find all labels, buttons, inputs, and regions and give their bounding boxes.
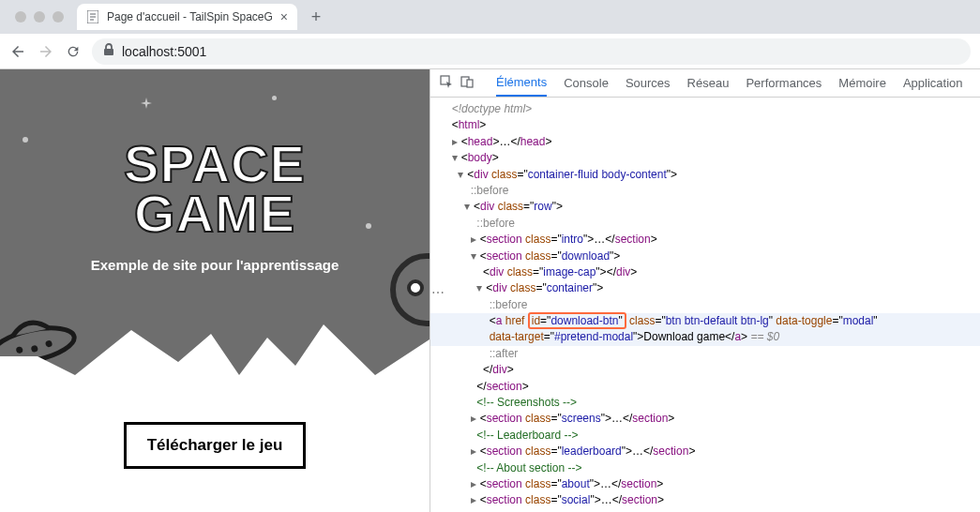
devtools-tab-elements[interactable]: Éléments — [496, 69, 547, 97]
window-controls — [8, 11, 71, 23]
content-area: SPACE GAME Exemple de site pour l'appren… — [0, 69, 980, 512]
dom-line[interactable]: <div class="image-cap"></div> — [430, 264, 980, 280]
dom-line[interactable]: ▸<section class="leaderboard">…</section… — [430, 444, 980, 459]
devtools-panel: Éléments Console Sources Réseau Performa… — [430, 69, 980, 512]
hero-subtitle: Exemple de site pour l'apprentissage — [0, 257, 430, 273]
devtools-tab-application[interactable]: Application — [903, 70, 963, 96]
dom-line[interactable]: <html> — [430, 117, 980, 133]
browser-tab[interactable]: Page d'accueil - TailSpin SpaceG × — [77, 4, 297, 30]
dom-line[interactable]: </section> — [430, 379, 980, 395]
dom-line[interactable]: ▾<body> — [430, 150, 980, 166]
hero-title-line2: GAME — [0, 188, 430, 238]
dom-line[interactable]: ▾<div class="container-fluid body-conten… — [430, 167, 980, 183]
address-bar[interactable]: localhost:5001 — [92, 38, 971, 65]
dom-line-highlighted[interactable]: data-target="#pretend-modal">Download ga… — [430, 329, 980, 345]
devtools-elements-tree[interactable]: ⋯ <!doctype html> <html> ▸<head>…</head>… — [430, 98, 980, 512]
window-minimize[interactable] — [34, 11, 45, 23]
dom-line[interactable]: ▾<section class="download"> — [430, 248, 980, 264]
dom-line[interactable]: ▸<head>…</head> — [430, 134, 980, 150]
browser-chrome: Page d'accueil - TailSpin SpaceG × + loc… — [0, 0, 980, 69]
lock-icon — [103, 43, 114, 59]
mountains-icon — [0, 321, 430, 375]
dom-line[interactable]: ::before — [430, 216, 980, 232]
forward-button[interactable] — [38, 43, 54, 60]
dom-line[interactable]: ::after — [430, 346, 980, 362]
dom-line[interactable]: ▸<section class="screens">…</section> — [430, 411, 980, 427]
svg-rect-11 — [467, 80, 473, 87]
dom-line[interactable]: <!-- Screenshots --> — [430, 395, 980, 411]
star-icon — [141, 98, 152, 109]
dom-line[interactable]: <!-- About section --> — [430, 460, 980, 476]
dom-line[interactable]: <!doctype html> — [430, 101, 980, 117]
url-text: localhost:5001 — [122, 44, 206, 59]
devtools-tab-performance[interactable]: Performances — [746, 70, 822, 96]
svg-rect-4 — [104, 49, 113, 55]
dom-line[interactable]: ::before — [430, 297, 980, 313]
devtools-tab-console[interactable]: Console — [564, 70, 609, 96]
devtools-tab-memory[interactable]: Mémoire — [838, 70, 886, 96]
dom-line[interactable]: </div> — [430, 362, 980, 378]
rendered-page: SPACE GAME Exemple de site pour l'appren… — [0, 69, 430, 512]
tab-title: Page d'accueil - TailSpin SpaceG — [107, 10, 273, 23]
devtools-header: Éléments Console Sources Réseau Performa… — [430, 69, 980, 98]
hero-section: SPACE GAME Exemple de site pour l'appren… — [0, 69, 430, 375]
dom-line-highlighted[interactable]: <a href id="download-btn" class="btn btn… — [430, 313, 980, 329]
hero-title-line1: SPACE — [0, 139, 430, 188]
dom-line[interactable]: ▾<div class="row"> — [430, 199, 980, 215]
dom-line[interactable]: ▸<section class="social">…</section> — [430, 492, 980, 508]
dom-line[interactable]: ▸<section class="intro">…</section> — [430, 232, 980, 248]
page-favicon-icon — [86, 10, 99, 23]
device-toolbar-icon[interactable] — [460, 75, 474, 91]
browser-toolbar: localhost:5001 — [0, 34, 980, 69]
download-section: Télécharger le jeu — [0, 375, 430, 512]
window-close[interactable] — [15, 11, 26, 23]
overflow-indicator-icon[interactable]: ⋯ — [431, 283, 445, 302]
tab-strip: Page d'accueil - TailSpin SpaceG × + — [0, 0, 980, 34]
inspect-element-icon[interactable] — [440, 75, 453, 91]
devtools-tab-network[interactable]: Réseau — [687, 70, 730, 96]
new-tab-button[interactable]: + — [303, 4, 329, 30]
back-button[interactable] — [9, 43, 26, 60]
window-maximize[interactable] — [53, 11, 64, 23]
reload-button[interactable] — [66, 44, 81, 59]
dom-line[interactable]: ▾<div class="container"> — [430, 280, 980, 296]
dom-line[interactable]: ::before — [430, 183, 980, 199]
dom-line[interactable]: ▸<section class="about">…</section> — [430, 476, 980, 492]
dom-line[interactable]: <!-- Leaderboard --> — [430, 428, 980, 444]
download-game-button[interactable]: Télécharger le jeu — [124, 422, 307, 469]
star-icon — [272, 96, 277, 100]
tab-close-icon[interactable]: × — [280, 9, 288, 24]
devtools-tab-sources[interactable]: Sources — [626, 70, 671, 96]
